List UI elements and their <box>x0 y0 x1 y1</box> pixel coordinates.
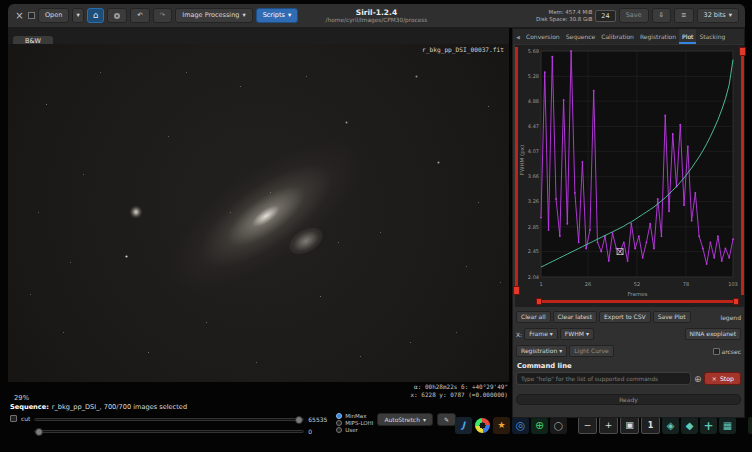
star-field <box>8 44 9 45</box>
sequence-label: Sequence: <box>10 403 49 411</box>
hi-level-slider[interactable] <box>34 418 304 421</box>
coordinates-readout: α: 00h28m22s δ: +40°29'49" x: 6228 y: 07… <box>300 383 508 399</box>
data-source-row: Registration▾ Light Curve arcsec <box>516 345 741 357</box>
level-sliders: 65535 0 <box>34 416 332 435</box>
tab-plot[interactable]: Plot <box>679 29 696 44</box>
tab-calibration[interactable]: Calibration <box>598 29 637 44</box>
resource-info: Mem: 457.4 MiB Disk Space: 30.8 GiB <box>536 9 592 22</box>
diamond-icon[interactable]: ◆ <box>681 417 698 434</box>
tab-conversion[interactable]: Conversion <box>523 29 563 44</box>
star-icon[interactable]: ★ <box>493 417 510 434</box>
save-plot-button[interactable]: Save Plot <box>653 311 691 323</box>
zoom-out-button[interactable]: − <box>578 417 597 434</box>
redo-button[interactable]: ↷ <box>153 8 172 23</box>
axis-selector-row: X: Frame▾ FWHM▾ NINA exoplanet <box>516 328 741 340</box>
tab-registration[interactable]: Registration <box>637 29 679 44</box>
frame-range-slider-bottom[interactable] <box>539 300 736 303</box>
export-csv-button[interactable]: Export to CSV <box>599 311 651 323</box>
lo-level-value[interactable]: 0 <box>308 428 332 435</box>
pixel-coordinates: x: 6228 y: 0787 (=0.000000) <box>300 391 508 399</box>
fit-button[interactable]: ▣ <box>620 417 639 434</box>
record-button[interactable] <box>107 8 127 23</box>
frame-range-slider-left[interactable] <box>515 47 518 295</box>
radio-mips-lohi[interactable]: MIPS-LOHI <box>336 420 373 426</box>
record-icon <box>114 13 120 19</box>
zoom-in-button[interactable]: + <box>599 417 618 434</box>
stop-label: Stop <box>720 375 734 382</box>
target-icon[interactable]: ◎ <box>512 417 529 434</box>
lo-slider-handle[interactable] <box>35 428 43 436</box>
close-icon[interactable]: × <box>14 11 25 21</box>
y-axis-value: FWHM <box>565 331 584 337</box>
cut-checkbox[interactable] <box>10 415 17 422</box>
command-line-title: Command line <box>517 362 572 370</box>
hi-slider-handle[interactable] <box>295 416 303 424</box>
radio-mips-label: MIPS-LOHI <box>345 420 373 426</box>
save-as-icon[interactable]: ⇩ <box>652 8 671 23</box>
radio-minmax[interactable]: MinMax <box>336 413 373 419</box>
scripts-button[interactable]: Scripts▾ <box>256 8 299 23</box>
slider-handle[interactable] <box>513 286 520 295</box>
arcsec-checkbox[interactable] <box>713 348 720 355</box>
fwhm-plot[interactable]: 5.695.284.884.474.073.663.262.852.452.04… <box>527 47 739 295</box>
tab-stacking[interactable]: Stacking <box>696 29 728 44</box>
bit-depth-dropdown[interactable]: 32 bits▾ <box>697 8 739 23</box>
svg-text:2.85: 2.85 <box>528 224 539 230</box>
undo-button[interactable]: ↶ <box>130 8 149 23</box>
cut-mode-radios: MinMax MIPS-LOHI User <box>336 413 373 433</box>
move-icon[interactable]: + <box>700 417 717 434</box>
script-j-icon[interactable]: J <box>455 417 472 434</box>
open-dropdown-icon[interactable]: ▾ <box>72 8 83 23</box>
window-icon[interactable] <box>28 12 35 19</box>
bit-depth-label: 32 bits <box>704 12 726 19</box>
one-to-one-button[interactable]: 1 <box>641 417 660 434</box>
tab-sequence[interactable]: Sequence <box>563 29 599 44</box>
slider-handle[interactable] <box>739 47 746 56</box>
nina-exoplanet-button[interactable]: NINA exoplanet <box>685 328 741 340</box>
ring-icon[interactable]: ○ <box>550 417 567 434</box>
radio-icon <box>336 427 342 433</box>
stretch-mode-label: AutoStretch <box>384 417 420 423</box>
clear-latest-button[interactable]: Clear latest <box>553 311 597 323</box>
radio-user[interactable]: User <box>336 427 373 433</box>
stop-x-icon: × <box>711 375 716 383</box>
window-title-block: Siril-1.2.4 /home/cyril/Images/CPM30/pro… <box>326 8 428 23</box>
clear-all-button[interactable]: Clear all <box>516 311 551 323</box>
legend-toggle[interactable]: legend <box>721 314 741 321</box>
svg-text:3.66: 3.66 <box>528 173 539 179</box>
pinwheel-icon[interactable] <box>475 418 490 433</box>
command-input[interactable] <box>516 372 691 385</box>
y-axis-dropdown[interactable]: FWHM▾ <box>560 328 594 340</box>
open-button[interactable]: Open <box>38 8 69 23</box>
hi-level-value[interactable]: 65535 <box>308 416 332 423</box>
lo-level-slider[interactable] <box>34 430 304 433</box>
hamburger-menu-icon[interactable]: ≡ <box>674 8 693 23</box>
table-icon[interactable]: ▦ <box>748 417 752 434</box>
thread-count-input[interactable]: 24 <box>595 10 615 22</box>
image-processing-button[interactable]: Image Processing▾ <box>175 8 252 23</box>
eyedropper-icon[interactable]: ✎ <box>437 413 456 426</box>
frame-range-slider-right[interactable] <box>741 47 744 295</box>
data-source-dropdown[interactable]: Registration▾ <box>516 345 567 357</box>
slider-handle-right[interactable] <box>733 298 739 305</box>
slider-handle-left[interactable] <box>536 298 542 305</box>
svg-text:2.04: 2.04 <box>528 274 539 280</box>
stretch-mode-dropdown[interactable]: AutoStretch▾ <box>377 413 433 426</box>
command-globe-icon[interactable]: ⊕ <box>694 374 702 384</box>
x-axis-dropdown[interactable]: Frame▾ <box>524 328 558 340</box>
globe-icon[interactable]: ⊕ <box>531 417 548 434</box>
svg-text:2.45: 2.45 <box>528 248 539 254</box>
tab-scroll-left-icon[interactable]: ◀ <box>513 29 523 44</box>
svg-text:3.26: 3.26 <box>528 198 539 204</box>
working-directory: /home/cyril/Images/CPM30/process <box>326 17 428 23</box>
layers-icon[interactable]: ◈ <box>662 417 679 434</box>
home-button[interactable]: ⌂ <box>87 8 105 23</box>
grid-icon[interactable]: ▦ <box>719 417 736 434</box>
save-button[interactable]: Save <box>619 8 649 23</box>
x-axis-label: Frames <box>539 291 736 297</box>
stop-button[interactable]: ×Stop <box>704 372 741 385</box>
image-canvas[interactable]: r_bkg_pp_DSI_00037.fit <box>8 44 509 382</box>
sequence-text: r_bkg_pp_DSI_, 700/700 images selected <box>52 403 187 411</box>
siril-window: × Open ▾ ⌂ ↶ ↷ Image Processing▾ Scripts… <box>0 0 752 452</box>
light-curve-button[interactable]: Light Curve <box>569 345 614 357</box>
